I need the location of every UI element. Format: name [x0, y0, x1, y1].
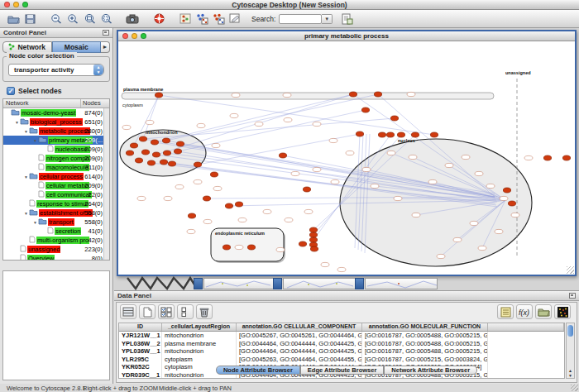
- network-window-resize-grip[interactable]: [567, 266, 574, 274]
- node-small[interactable]: [445, 163, 453, 167]
- tree-col-nodes[interactable]: Nodes: [81, 99, 109, 108]
- node[interactable]: [310, 246, 318, 251]
- minimized-window-cap[interactable]: [355, 278, 364, 289]
- float-panel-icon[interactable]: [569, 293, 576, 299]
- node-small[interactable]: [394, 196, 402, 200]
- scrollbar-thumb[interactable]: [567, 325, 573, 337]
- delete-attribute-icon[interactable]: [196, 304, 213, 319]
- node[interactable]: [194, 162, 201, 167]
- minimized-window-cap[interactable]: [273, 278, 282, 289]
- minimized-network-sketch[interactable]: [126, 276, 200, 290]
- search-options-dropdown[interactable]: ▼: [322, 14, 333, 24]
- node-small[interactable]: [175, 184, 184, 189]
- tab-network[interactable]: Network: [2, 41, 52, 53]
- edge[interactable]: [178, 110, 366, 151]
- table-row[interactable]: YJR121W__1mitochondrion[GO:0045267, GO:0…: [119, 332, 564, 340]
- minimized-window-sliver[interactable]: [283, 278, 356, 289]
- node[interactable]: [151, 140, 158, 145]
- node-small[interactable]: [291, 171, 299, 175]
- node[interactable]: [386, 132, 394, 137]
- node[interactable]: [141, 150, 149, 155]
- annotation-icon[interactable]: [227, 12, 243, 26]
- node-small[interactable]: [346, 151, 354, 155]
- tree-row[interactable]: nucleobase-209(0): [3, 145, 109, 154]
- node-small[interactable]: [212, 143, 220, 147]
- network-view-window[interactable]: primary metabolic process plasma membran…: [117, 30, 577, 276]
- node-small[interactable]: [203, 219, 212, 223]
- node-small[interactable]: [475, 171, 483, 175]
- tree-row[interactable]: ▼establishment of lo558(0): [3, 208, 109, 218]
- node[interactable]: [176, 141, 184, 146]
- node[interactable]: [163, 151, 170, 155]
- table-row[interactable]: YPL036W__2plasma membrane[GO:0044464, GO…: [119, 340, 564, 348]
- open-folder-icon[interactable]: [535, 304, 552, 319]
- tab-network-attribute-browser[interactable]: Network Attribute Browser: [384, 366, 477, 375]
- node-small[interactable]: [412, 213, 420, 217]
- node-small[interactable]: [164, 196, 172, 200]
- node[interactable]: [162, 138, 170, 143]
- node-small[interactable]: [284, 117, 292, 122]
- tree-row[interactable]: ▼cellular process614(0): [3, 172, 109, 181]
- node[interactable]: [174, 149, 181, 154]
- edge[interactable]: [159, 95, 434, 135]
- attribute-matrix-icon[interactable]: [120, 304, 136, 319]
- tree-row[interactable]: ▼transport558(0): [3, 218, 109, 227]
- node-small[interactable]: [232, 93, 240, 97]
- node[interactable]: [349, 92, 356, 97]
- node-small[interactable]: [194, 179, 202, 184]
- node[interactable]: [155, 93, 162, 98]
- node[interactable]: [160, 160, 167, 165]
- node[interactable]: [309, 227, 317, 232]
- more-tabs-button[interactable]: ►: [101, 41, 110, 53]
- node-small[interactable]: [486, 184, 495, 188]
- tree-row[interactable]: secretion41(0): [3, 227, 109, 236]
- node[interactable]: [225, 203, 232, 208]
- node-small[interactable]: [337, 267, 346, 271]
- collapse-icon[interactable]: ▼: [32, 220, 38, 225]
- tree-row[interactable]: ▼primary metabo209(...: [3, 136, 109, 145]
- node-small[interactable]: [453, 237, 462, 241]
- column-header[interactable]: annotation.GO CELLULAR_COMPONENT: [237, 323, 362, 331]
- tree-row[interactable]: ▼biological_process651(0): [3, 117, 109, 127]
- snapshot-icon[interactable]: [124, 12, 141, 26]
- minimized-window-cap[interactable]: [194, 278, 203, 289]
- table-row[interactable]: YPL036W__1mitochondrion[GO:0044464, GO:0…: [119, 347, 564, 356]
- node-small[interactable]: [462, 155, 470, 159]
- node[interactable]: [223, 245, 230, 250]
- tree-row[interactable]: macromolecule311(0): [3, 163, 109, 172]
- column-header[interactable]: _cellularLayoutRegion: [162, 323, 237, 331]
- node[interactable]: [309, 237, 317, 242]
- node-small[interactable]: [313, 167, 321, 171]
- open-file-icon[interactable]: [5, 12, 22, 26]
- column-header[interactable]: annotation.GO MOLECULAR_FUNCTION: [362, 323, 488, 331]
- network-overview-icon[interactable]: [177, 12, 194, 26]
- tree-row[interactable]: cellular metabo209(0): [3, 181, 109, 190]
- tree-col-network[interactable]: Network: [3, 99, 81, 108]
- collapse-icon[interactable]: ▼: [23, 211, 29, 216]
- tree-row[interactable]: ▼metabolic process280(0): [3, 127, 109, 136]
- zoom-in-icon[interactable]: [65, 12, 81, 26]
- node-small[interactable]: [122, 125, 131, 129]
- tab-node-attribute-browser[interactable]: Node Attribute Browser: [216, 366, 300, 375]
- node[interactable]: [543, 155, 551, 160]
- save-icon[interactable]: [22, 12, 38, 26]
- node-small[interactable]: [500, 196, 508, 200]
- node[interactable]: [135, 158, 142, 163]
- collapse-icon[interactable]: ▼: [32, 138, 38, 143]
- plasma-membrane-region[interactable]: [122, 93, 494, 99]
- edge[interactable]: [155, 94, 353, 142]
- network-window-titlebar[interactable]: primary metabolic process: [118, 31, 575, 41]
- node-small[interactable]: [255, 122, 263, 126]
- notepad-icon[interactable]: [497, 304, 514, 319]
- node-small[interactable]: [511, 213, 519, 217]
- node-color-dropdown[interactable]: transporter activity ▲▼: [8, 64, 104, 76]
- node[interactable]: [356, 131, 363, 136]
- node[interactable]: [374, 92, 381, 97]
- tree-row[interactable]: response to stimul264(0): [3, 199, 109, 208]
- minimized-window-sliver[interactable]: [365, 278, 438, 289]
- node-small[interactable]: [428, 179, 437, 184]
- table-row[interactable]: YLR295Ccytoplasm[GO:0045263, GO:0044464,…: [119, 356, 564, 364]
- node-small[interactable]: [407, 92, 415, 96]
- node-small[interactable]: [437, 254, 445, 258]
- heatmap-icon[interactable]: [554, 304, 571, 319]
